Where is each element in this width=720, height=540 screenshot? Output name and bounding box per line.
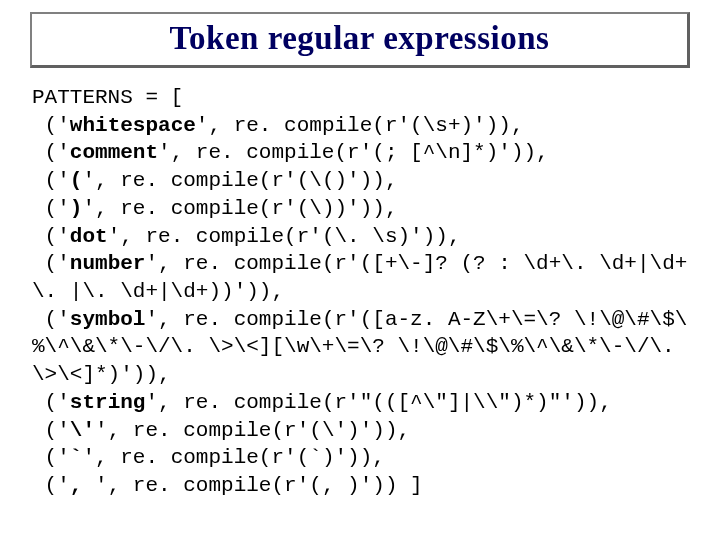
token-dot: dot — [70, 225, 108, 248]
code-line-06a: (' — [32, 225, 70, 248]
token-comma: , — [70, 474, 95, 497]
code-line-03a: (' — [32, 141, 70, 164]
code-line-09a: (' — [32, 391, 70, 414]
code-line-09c: ', re. compile(r'"(([^\"]|\\")*)"')), — [145, 391, 611, 414]
code-line-05a: (' — [32, 197, 70, 220]
code-line-02a: (' — [32, 114, 70, 137]
code-line-04a: (' — [32, 169, 70, 192]
code-line-05c: ', re. compile(r'(\))')), — [82, 197, 397, 220]
token-number: number — [70, 252, 146, 275]
code-line-04c: ', re. compile(r'(\()')), — [82, 169, 397, 192]
token-string: string — [70, 391, 146, 414]
token-lparen: ( — [70, 169, 83, 192]
code-line-12a: (' — [32, 474, 70, 497]
token-backtick: ` — [70, 446, 83, 469]
code-line-06c: ', re. compile(r'(\. \s)')), — [108, 225, 461, 248]
token-symbol: symbol — [70, 308, 146, 331]
slide-title: Token regular expressions — [42, 20, 677, 57]
title-box: Token regular expressions — [30, 12, 690, 68]
code-line-07a: (' — [32, 252, 70, 275]
code-block: PATTERNS = [ ('whitespace', re. compile(… — [18, 80, 702, 504]
token-whitespace: whitespace — [70, 114, 196, 137]
slide: Token regular expressions PATTERNS = [ (… — [0, 0, 720, 540]
token-comment: comment — [70, 141, 158, 164]
code-line-02c: ', re. compile(r'(\s+)')), — [196, 114, 524, 137]
code-line-11a: (' — [32, 446, 70, 469]
code-line-11c: ', re. compile(r'(`)')), — [82, 446, 384, 469]
code-line-08a: (' — [32, 308, 70, 331]
token-rparen: ) — [70, 197, 83, 220]
code-line-10c: ', re. compile(r'(\')')), — [95, 419, 410, 442]
code-line-12c: ', re. compile(r'(, )')) ] — [95, 474, 423, 497]
code-line-01: PATTERNS = [ — [32, 86, 183, 109]
code-line-03c: ', re. compile(r'(; [^\n]*)')), — [158, 141, 549, 164]
code-line-10a: (' — [32, 419, 70, 442]
token-quote: \' — [70, 419, 95, 442]
